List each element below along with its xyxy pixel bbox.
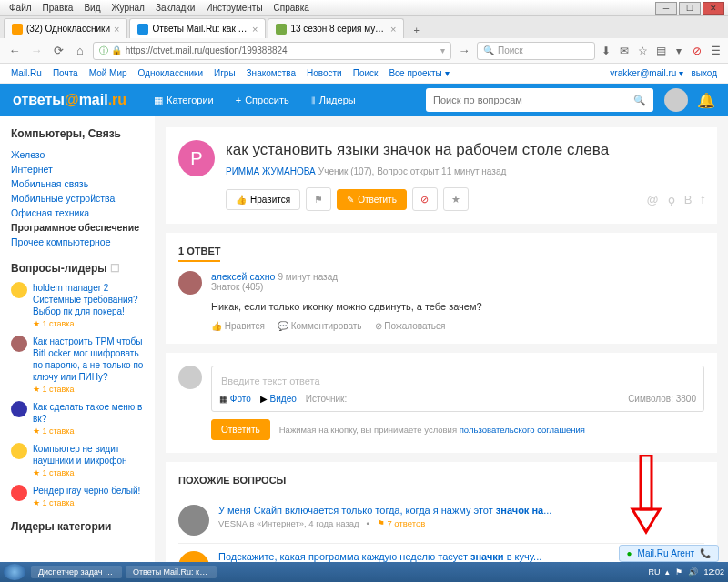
search-icon[interactable]: 🔍: [633, 95, 646, 106]
menu-bookmarks[interactable]: Закладки: [150, 3, 200, 13]
url-input[interactable]: ⓘ 🔒 https://otvet.mail.ru/question/19938…: [93, 42, 451, 60]
menu-edit[interactable]: Правка: [37, 3, 79, 13]
browser-tab[interactable]: 13 сезон 8 серия мультсе...×: [268, 18, 404, 38]
nav-reload[interactable]: ⟳: [49, 42, 67, 60]
flag-button[interactable]: ⚑: [306, 187, 331, 211]
block-button[interactable]: ⊘: [412, 187, 438, 211]
mailbar-link[interactable]: Почта: [53, 68, 78, 78]
header-nav-item[interactable]: ▦Категории: [145, 91, 223, 110]
logout-link[interactable]: выход: [691, 68, 717, 78]
menu-file[interactable]: Файл: [4, 3, 37, 13]
star-button[interactable]: ★: [443, 187, 469, 211]
header-nav-item[interactable]: +Спросить: [227, 91, 298, 110]
tray-clock[interactable]: 12:02: [703, 567, 724, 577]
reply-box[interactable]: Введите текст ответа ▦ Фото ▶ Видео Исто…: [211, 366, 704, 412]
tab-close[interactable]: ×: [114, 24, 119, 35]
window-minimize[interactable]: ─: [655, 2, 677, 15]
user-email[interactable]: vrakker@mail.ru ▾: [610, 68, 683, 78]
answer-avatar[interactable]: [178, 271, 202, 295]
menu-icon[interactable]: ☰: [708, 44, 723, 58]
new-tab[interactable]: +: [406, 22, 426, 38]
leader-avatar: [11, 401, 27, 417]
leader-question[interactable]: Как настроить TPM чтобы BitLocker мог ши…: [11, 336, 144, 394]
url-go[interactable]: →: [455, 42, 473, 60]
download-icon[interactable]: ⬇: [599, 44, 613, 58]
mailbar-link[interactable]: Одноклассники: [138, 68, 203, 78]
tray-volume-icon[interactable]: 🔊: [688, 567, 698, 577]
sidebar-category[interactable]: Интернет: [11, 162, 144, 176]
window-close[interactable]: ✕: [703, 2, 724, 15]
answer-comment[interactable]: 💬 Комментировать: [278, 321, 362, 331]
share-mm-icon[interactable]: @: [647, 193, 659, 206]
leader-question[interactable]: Рендер iray чёрно белый!★ 1 ставка: [11, 485, 144, 507]
tab-close[interactable]: ×: [252, 24, 258, 35]
mailbar-link[interactable]: Мой Мир: [89, 68, 127, 78]
attach-video[interactable]: ▶ Видео: [260, 394, 297, 404]
sidebar-category[interactable]: Мобильные устройства: [11, 191, 144, 206]
sidebar-category[interactable]: Офисная техника: [11, 206, 144, 220]
answer-rank: Знаток (405): [211, 282, 704, 292]
answer-author[interactable]: алексей сахно: [211, 271, 275, 282]
window-maximize[interactable]: ☐: [679, 2, 701, 15]
mailbar-link[interactable]: Поиск: [353, 68, 379, 78]
mailbar-link[interactable]: Все проекты ▾: [389, 68, 449, 78]
mailbar-link[interactable]: Игры: [214, 68, 236, 78]
mailru-agent-widget[interactable]: ● Mail.Ru Агент 📞: [619, 545, 719, 562]
answer-complain[interactable]: ⊘ Пожаловаться: [375, 321, 446, 331]
share-vk-icon[interactable]: В: [684, 193, 693, 206]
terms-link[interactable]: пользовательского соглашения: [460, 425, 585, 435]
taskbar-item[interactable]: Диспетчер задач Wi...: [31, 566, 122, 578]
browser-tab[interactable]: (32) Одноклассники×: [4, 18, 127, 38]
home-icon[interactable]: ✉: [617, 44, 632, 58]
sidebar-category[interactable]: Железо: [11, 147, 144, 162]
sidebar-category[interactable]: Прочее компьютерное: [11, 235, 144, 249]
site-search[interactable]: 🔍: [426, 88, 653, 112]
star-icon[interactable]: ☆: [635, 44, 650, 58]
pocket-icon[interactable]: ▾: [672, 44, 686, 58]
leader-question[interactable]: holdem manager 2 Системные требования? В…: [11, 282, 144, 328]
taskbar-item[interactable]: Ответы Mail.Ru: как ...: [126, 566, 217, 578]
mailbar-link[interactable]: Новости: [307, 68, 342, 78]
bookmark-icon[interactable]: ▤: [653, 44, 668, 58]
tray-up-icon[interactable]: ▴: [665, 567, 670, 577]
logo[interactable]: ответы@mail.ru: [13, 92, 126, 108]
share-ok-icon[interactable]: ǫ: [668, 193, 675, 206]
user-avatar[interactable]: [664, 88, 688, 112]
header-nav-item[interactable]: ⫴Лидеры: [302, 91, 365, 110]
attach-photo[interactable]: ▦ Фото: [219, 394, 251, 404]
reply-input[interactable]: Введите текст ответа: [219, 374, 696, 388]
similar-question[interactable]: У меня Скайп включается только тогда, ко…: [178, 497, 704, 543]
browser-tab[interactable]: Ответы Mail.Ru: как устан...×: [129, 18, 266, 38]
nav-home[interactable]: ⌂: [71, 42, 89, 60]
answer-button[interactable]: ✎ Ответить: [337, 189, 407, 210]
adblock-icon[interactable]: ⊘: [690, 44, 704, 58]
leader-question[interactable]: Компьютер не видит наушники и микрофон★ …: [11, 443, 144, 477]
tray-flag-icon[interactable]: ⚑: [675, 567, 682, 577]
sidebar-category[interactable]: Программное обеспечение: [11, 220, 144, 235]
menu-tools[interactable]: Инструменты: [200, 3, 268, 13]
phone-icon[interactable]: 📞: [700, 548, 711, 558]
nav-forward[interactable]: →: [27, 42, 46, 60]
menu-history[interactable]: Журнал: [106, 3, 150, 13]
answer-like[interactable]: 👍 Нравится: [211, 321, 265, 331]
like-button[interactable]: 👍 Нравится: [226, 189, 300, 210]
nav-back[interactable]: ←: [5, 42, 24, 60]
start-button[interactable]: [4, 564, 25, 580]
leader-avatar: [11, 336, 27, 352]
tray-lang[interactable]: RU: [648, 567, 660, 577]
share-fb-icon[interactable]: f: [701, 193, 704, 206]
menu-help[interactable]: Справка: [268, 3, 315, 13]
sidebar-category[interactable]: Мобильная связь: [11, 176, 144, 191]
site-search-input[interactable]: [433, 95, 633, 105]
mailbar-link[interactable]: Mail.Ru: [11, 68, 42, 78]
leader-question[interactable]: Как сделать такое меню в вк?★ 1 ставка: [11, 401, 144, 436]
tab-close[interactable]: ×: [390, 24, 396, 35]
question-avatar[interactable]: Р: [178, 140, 215, 176]
notifications-icon[interactable]: 🔔: [697, 92, 715, 109]
question-author[interactable]: РИММА ЖУМАНОВА: [226, 166, 316, 176]
submit-answer[interactable]: Ответить: [211, 419, 270, 440]
mailbar-link[interactable]: Знакомства: [247, 68, 296, 78]
browser-search[interactable]: 🔍 Поиск: [477, 42, 595, 60]
menu-view[interactable]: Вид: [78, 3, 106, 13]
question-meta: Ученик (107), Вопрос открыт 11 минут наз…: [318, 166, 506, 176]
